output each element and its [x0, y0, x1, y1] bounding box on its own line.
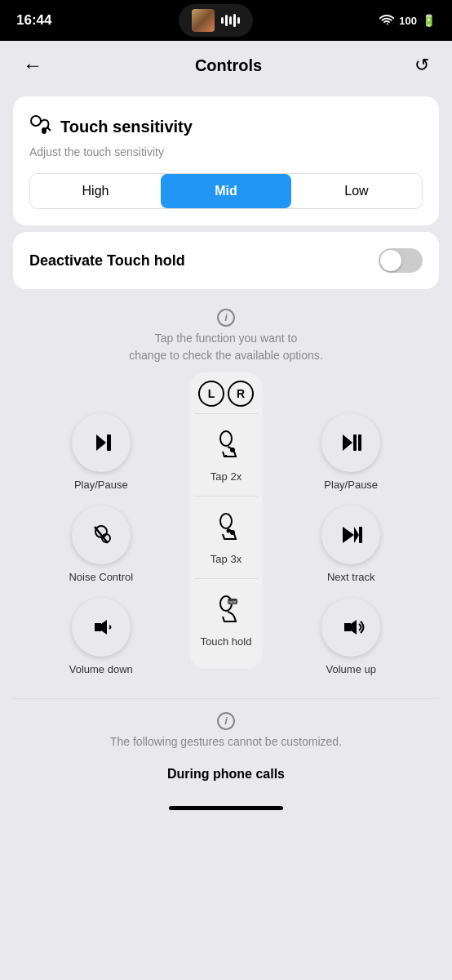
tap2x-row[interactable]: Tap 2x — [194, 413, 259, 496]
svg-point-7 — [220, 431, 232, 446]
deactivate-touchhold-card: Deactivate Touch hold — [13, 232, 439, 289]
svg-rect-20 — [359, 527, 362, 543]
now-playing-widget[interactable] — [179, 4, 253, 37]
page-title: Controls — [195, 56, 262, 75]
touch-sensitivity-icon — [29, 113, 52, 140]
svg-point-0 — [31, 116, 41, 126]
battery-level: 100 — [399, 15, 417, 27]
sensitivity-subtitle: Adjust the touch sensitivity — [29, 145, 423, 158]
svg-marker-21 — [344, 623, 351, 631]
controls-grid: Play/Pause Noise Control Volume down — [0, 372, 452, 682]
volume-down-button[interactable] — [72, 598, 131, 657]
touch-sensitivity-card: Touch sensitivity Adjust the touch sensi… — [13, 96, 439, 225]
left-playpause-label: Play/Pause — [74, 479, 128, 491]
during-phone-calls-label: During phone calls — [0, 759, 452, 798]
svg-marker-18 — [343, 527, 354, 543]
info-section: i Tap the function you want tochange to … — [0, 296, 452, 372]
sensitivity-options: High Mid Low — [29, 173, 423, 209]
status-bar: 16:44 100 🔋 — [0, 0, 452, 41]
volume-up-button[interactable] — [321, 598, 380, 657]
left-playpause-item: Play/Pause — [72, 413, 131, 491]
bottom-info-text: The following gestures cannot be customi… — [16, 733, 436, 751]
audio-bar-2 — [225, 15, 228, 26]
tap2x-label: Tap 2x — [210, 470, 242, 483]
status-time: 16:44 — [16, 12, 51, 29]
volume-up-item: Volume up — [321, 598, 380, 675]
tap2x-icon — [210, 427, 242, 466]
bottom-info-icon: i — [217, 712, 235, 730]
lr-header: L R — [198, 381, 254, 407]
svg-point-8 — [230, 448, 235, 452]
left-badge: L — [198, 381, 224, 407]
noise-control-item: Noise Control — [69, 506, 133, 583]
svg-rect-3 — [107, 434, 111, 451]
info-icon: i — [217, 309, 235, 327]
sensitivity-header: Touch sensitivity — [29, 113, 423, 140]
audio-bar-1 — [221, 17, 224, 24]
toggle-row: Deactivate Touch hold — [29, 248, 423, 273]
sensitivity-title: Touch sensitivity — [60, 118, 193, 136]
lr-panel: L R Tap 2x — [189, 372, 264, 669]
svg-rect-17 — [358, 434, 361, 451]
reset-button[interactable]: ↺ — [408, 48, 436, 82]
next-track-button[interactable] — [321, 506, 380, 564]
volume-down-item: Volume down — [69, 598, 133, 675]
noise-control-label: Noise Control — [69, 571, 133, 583]
svg-marker-6 — [95, 623, 101, 631]
next-track-label: Next track — [327, 571, 375, 583]
svg-point-1 — [42, 127, 47, 134]
touchhold-row[interactable]: hold Touch hold — [194, 578, 259, 661]
sensitivity-low[interactable]: Low — [291, 174, 422, 208]
audio-bar-3 — [229, 16, 232, 24]
svg-marker-19 — [354, 527, 359, 543]
svg-marker-2 — [96, 434, 106, 451]
audio-bars — [221, 14, 240, 27]
sensitivity-mid[interactable]: Mid — [161, 174, 291, 208]
right-playpause-label: Play/Pause — [324, 479, 378, 491]
deactivate-touchhold-toggle[interactable] — [379, 248, 423, 273]
tap3x-icon — [210, 510, 242, 548]
back-button[interactable]: ← — [16, 47, 49, 83]
volume-up-label: Volume up — [326, 663, 376, 675]
home-indicator — [169, 806, 283, 810]
left-playpause-button[interactable] — [72, 413, 131, 472]
svg-point-10 — [230, 530, 235, 535]
audio-bar-4 — [233, 14, 236, 27]
wifi-icon — [379, 14, 394, 28]
right-badge: R — [228, 381, 254, 407]
header: ← Controls ↺ — [0, 41, 452, 90]
svg-point-11 — [226, 529, 230, 533]
noise-control-button[interactable] — [72, 506, 131, 564]
svg-text:hold: hold — [228, 599, 237, 604]
volume-down-label: Volume down — [69, 663, 133, 675]
toggle-label: Deactivate Touch hold — [29, 252, 185, 270]
tap3x-row[interactable]: Tap 3x — [194, 496, 259, 578]
touchhold-icon: hold — [210, 592, 242, 630]
tap3x-label: Tap 3x — [210, 553, 242, 565]
album-art — [192, 9, 215, 32]
next-track-item: Next track — [321, 506, 380, 583]
left-controls-column: Play/Pause Noise Control Volume down — [13, 372, 189, 682]
sensitivity-high[interactable]: High — [30, 174, 161, 208]
bottom-info-section: i The following gestures cannot be custo… — [0, 699, 452, 759]
info-text: Tap the function you want tochange to ch… — [16, 330, 436, 364]
status-right: 100 🔋 — [379, 14, 436, 28]
audio-bar-5 — [237, 17, 240, 24]
svg-marker-15 — [343, 434, 352, 451]
right-controls-column: Play/Pause Next track Volum — [263, 372, 439, 682]
right-playpause-button[interactable] — [321, 413, 380, 472]
battery-icon: 🔋 — [422, 14, 436, 27]
touchhold-label: Touch hold — [201, 635, 252, 648]
svg-point-9 — [220, 514, 232, 528]
right-playpause-item: Play/Pause — [321, 413, 380, 491]
svg-rect-16 — [353, 434, 357, 451]
